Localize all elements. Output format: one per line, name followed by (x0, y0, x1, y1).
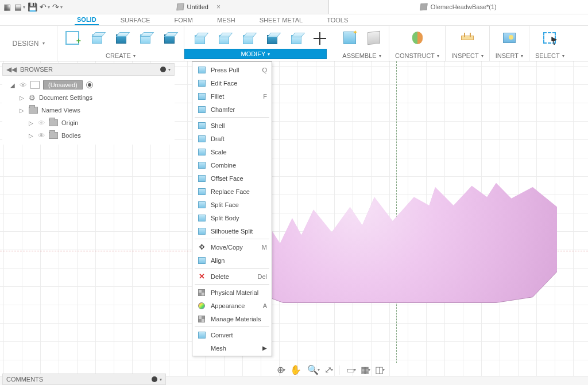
tab-solid[interactable]: SOLID (75, 14, 99, 25)
fillet-icon[interactable] (214, 29, 233, 48)
create-dropdown[interactable]: CREATE▾ (106, 50, 136, 61)
pan-tool-icon[interactable]: ✋ (290, 364, 301, 375)
menu-item-replace-face[interactable]: Replace Face (194, 185, 270, 198)
menu-item-physical-material[interactable]: Physical Material (194, 286, 270, 299)
cube-icon (197, 201, 206, 208)
menu-item-mesh[interactable]: Mesh▶ (194, 341, 270, 355)
menu-item-split-body[interactable]: Split Body (194, 211, 270, 224)
expand-toggle-icon[interactable]: ▷ (29, 120, 34, 126)
tab-mesh[interactable]: MESH (215, 14, 238, 25)
insert-icon[interactable] (500, 29, 519, 47)
visibility-icon[interactable]: 👁 (20, 81, 27, 90)
as-built-joint-icon[interactable] (365, 29, 383, 47)
chevron-down-icon[interactable]: ▾ (168, 67, 171, 72)
cube-icon (197, 93, 206, 100)
grid-settings-icon[interactable]: ▦▾ (361, 364, 369, 375)
move-icon[interactable] (311, 29, 329, 48)
combine-icon[interactable] (262, 29, 281, 48)
zoom-tool-icon[interactable]: 🔍▾ (307, 364, 319, 375)
menu-item-chamfer[interactable]: Chamfer (194, 103, 270, 116)
tab-form[interactable]: FORM (172, 14, 195, 25)
menu-item-appearance[interactable]: AppearanceA (194, 299, 270, 312)
folder-icon (49, 132, 58, 139)
chevron-down-icon[interactable]: ▾ (160, 377, 162, 382)
menu-item-silhouette-split[interactable]: Silhouette Split (194, 224, 270, 238)
menu-item-manage-materials[interactable]: Manage Materials (194, 312, 270, 325)
menu-item-shell[interactable]: Shell (194, 119, 270, 132)
tree-item-origin[interactable]: ▷ 👁 Origin (2, 116, 175, 129)
tab-surface[interactable]: SURFACE (118, 14, 153, 25)
browser-header[interactable]: ◀◀ BROWSER ▾ (2, 63, 175, 76)
split-icon[interactable] (287, 29, 305, 48)
design-dropdown[interactable]: DESIGN ▾ (0, 26, 57, 61)
tree-item-named-views[interactable]: ▷ Named Views (2, 104, 175, 116)
inspect-dropdown[interactable]: INSPECT▾ (451, 50, 483, 61)
expand-toggle-icon[interactable]: ▷ (29, 133, 34, 139)
activate-radio[interactable] (86, 81, 93, 88)
visibility-icon[interactable]: 👁 (38, 131, 45, 140)
select-dropdown[interactable]: SELECT▾ (535, 50, 564, 61)
apps-grid-icon[interactable]: ▦ (2, 2, 11, 11)
menu-item-label: Physical Material (211, 289, 267, 296)
tree-item-bodies[interactable]: ▷ 👁 Bodies (2, 129, 175, 142)
menu-item-move-copy[interactable]: ✥Move/CopyM (194, 240, 270, 254)
construct-dropdown[interactable]: CONSTRUCT▾ (395, 50, 439, 61)
collapse-toggle-icon[interactable]: ◢ (10, 82, 16, 88)
loft-icon[interactable] (160, 29, 178, 47)
menu-item-combine[interactable]: Combine (194, 158, 270, 172)
shell-icon[interactable] (238, 29, 257, 48)
sweep-icon[interactable] (136, 29, 154, 47)
construct-icon[interactable] (408, 29, 427, 47)
menu-item-press-pull[interactable]: Press PullQ (194, 63, 270, 76)
press-pull-icon[interactable] (190, 29, 208, 48)
select-icon[interactable] (540, 29, 559, 47)
menu-separator (195, 326, 269, 327)
menu-item-align[interactable]: Align (194, 254, 270, 267)
menu-item-fillet[interactable]: FilletF (194, 90, 270, 103)
tab-tools[interactable]: TOOLS (324, 14, 350, 25)
undo-icon[interactable]: ↶▾ (40, 2, 49, 11)
viewport-settings-icon[interactable]: ◫▾ (375, 364, 384, 375)
inspect-icon[interactable] (458, 29, 477, 47)
save-icon[interactable]: 💾 (28, 2, 37, 11)
insert-dropdown[interactable]: INSERT▾ (496, 50, 523, 61)
menu-item-shortcut: A (256, 302, 267, 309)
joint-icon[interactable] (341, 29, 359, 47)
comments-bar[interactable]: COMMENTS ▾ (2, 374, 166, 385)
comments-settings-icon[interactable] (152, 376, 157, 382)
tab-sheet-metal[interactable]: SHEET METAL (257, 14, 305, 25)
tree-item-document-settings[interactable]: ▷ ⚙ Document Settings (2, 91, 175, 104)
collapse-icon[interactable]: ◀◀ (6, 65, 17, 73)
orbit-tool-icon[interactable]: ⊕▾ (277, 364, 284, 375)
cube-icon (197, 188, 206, 195)
sketch-icon[interactable] (63, 29, 82, 47)
browser-settings-icon[interactable] (160, 67, 166, 72)
menu-item-offset-face[interactable]: Offset Face (194, 172, 270, 185)
expand-toggle-icon[interactable]: ▷ (20, 95, 25, 101)
menu-item-delete[interactable]: ✕DeleteDel (194, 270, 270, 283)
menu-item-scale[interactable]: Scale (194, 145, 270, 158)
menu-item-draft[interactable]: Draft (194, 132, 270, 145)
extrude-icon[interactable] (87, 29, 106, 47)
redo-icon[interactable]: ↷▾ (53, 2, 62, 11)
assemble-dropdown[interactable]: ASSEMBLE▾ (342, 50, 381, 61)
display-settings-icon[interactable]: ▭▾ (346, 364, 355, 375)
close-tab-icon[interactable]: × (216, 3, 220, 11)
fit-tool-icon[interactable]: ⤢▾ (324, 364, 332, 375)
move-icon: ✥ (197, 243, 206, 251)
model-body[interactable] (253, 162, 557, 302)
expand-toggle-icon[interactable]: ▷ (20, 107, 25, 114)
document-tab-untitled[interactable]: Untitled × (69, 0, 329, 14)
new-file-icon[interactable]: ▤▾ (15, 2, 24, 11)
menu-item-split-face[interactable]: Split Face (194, 198, 270, 211)
menu-item-edit-face[interactable]: Edit Face (194, 76, 270, 90)
visibility-icon[interactable]: 👁 (38, 119, 45, 127)
modify-dropdown[interactable]: MODIFY▾ (184, 49, 327, 59)
document-tab-olemec[interactable]: OlemecHeadwBase*(1) (329, 0, 589, 14)
menu-item-convert[interactable]: Convert (194, 328, 270, 341)
tree-root[interactable]: ◢ 👁 (Unsaved) (2, 79, 175, 91)
revolve-icon[interactable] (111, 29, 130, 47)
menu-item-label: Move/Copy (211, 244, 251, 251)
gear-icon: ⚙ (29, 94, 36, 102)
doc-cube-icon (176, 3, 184, 11)
